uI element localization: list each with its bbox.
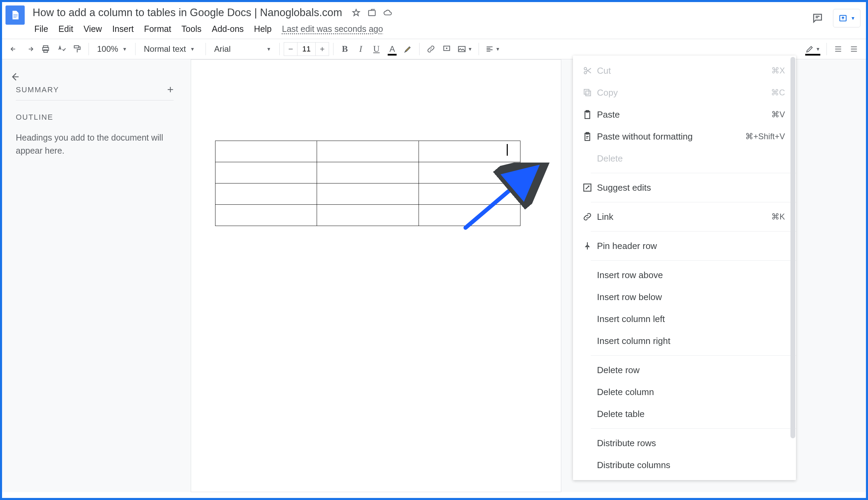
link-button[interactable] — [424, 42, 438, 56]
cm-label: Paste without formatting — [596, 131, 745, 142]
cm-label: Delete table — [579, 409, 785, 419]
cm-insert-column-left[interactable]: Insert column left — [573, 308, 796, 330]
cm-paste[interactable]: Paste ⌘V — [573, 104, 796, 125]
italic-button[interactable]: I — [353, 42, 368, 56]
cm-label: Delete — [579, 153, 785, 164]
divider — [591, 231, 796, 231]
chevron-down-icon: ▼ — [266, 46, 271, 52]
cm-label: Insert column left — [579, 314, 785, 325]
line-spacing-button[interactable] — [831, 42, 845, 56]
cm-delete-column[interactable]: Delete column — [573, 381, 796, 403]
redo-button[interactable] — [23, 42, 37, 56]
divider — [591, 428, 796, 429]
outline-sidebar: SUMMARY + OUTLINE Headings you add to th… — [16, 59, 180, 492]
format-options-button[interactable] — [847, 42, 861, 56]
add-summary-button[interactable]: + — [167, 83, 173, 96]
divider — [591, 355, 796, 356]
outline-label: OUTLINE — [16, 113, 173, 122]
chevron-down-icon: ▼ — [122, 46, 127, 52]
table-row[interactable] — [215, 183, 520, 205]
svg-rect-5 — [74, 46, 79, 48]
cm-label: Link — [596, 212, 771, 222]
title-area: How to add a column to tables in Google … — [30, 5, 810, 36]
table-row[interactable] — [215, 205, 520, 226]
bold-button[interactable]: B — [338, 42, 352, 56]
svg-rect-11 — [586, 91, 590, 96]
cm-insert-column-right[interactable]: Insert column right — [573, 330, 796, 352]
menu-tools[interactable]: Tools — [177, 22, 206, 36]
svg-rect-0 — [369, 11, 376, 16]
cm-delete-table[interactable]: Delete table — [573, 403, 796, 425]
context-menu: Cut ⌘X Copy ⌘C Paste ⌘V Paste without fo… — [573, 56, 796, 480]
star-icon[interactable] — [351, 8, 361, 18]
comment-button[interactable] — [439, 42, 454, 56]
font-select[interactable]: Arial ▼ — [210, 44, 275, 54]
menu-help[interactable]: Help — [249, 22, 276, 36]
decrease-font-button[interactable]: − — [284, 42, 297, 56]
cm-shortcut: ⌘+Shift+V — [745, 132, 785, 141]
cm-cut[interactable]: Cut ⌘X — [573, 60, 796, 82]
document-page[interactable] — [191, 59, 561, 492]
undo-button[interactable] — [7, 42, 21, 56]
cm-paste-plain[interactable]: Paste without formatting ⌘+Shift+V — [573, 125, 796, 147]
share-button[interactable]: ▼ — [833, 9, 860, 27]
cm-label: Insert row above — [579, 270, 785, 281]
present-icon — [838, 13, 848, 23]
cm-label: Cut — [596, 66, 771, 76]
last-edit-label[interactable]: Last edit was seconds ago — [277, 22, 388, 36]
cm-label: Suggest edits — [596, 182, 785, 193]
image-button[interactable]: ▼ — [455, 42, 474, 56]
print-button[interactable] — [38, 42, 53, 56]
cm-copy[interactable]: Copy ⌘C — [573, 82, 796, 104]
header: How to add a column to tables in Google … — [2, 2, 866, 36]
cm-insert-row-below[interactable]: Insert row below — [573, 286, 796, 308]
menu-file[interactable]: File — [30, 22, 53, 36]
zoom-select[interactable]: 100% ▼ — [93, 44, 131, 54]
font-size-control: − + — [284, 42, 329, 56]
cm-suggest-edits[interactable]: Suggest edits — [573, 177, 796, 198]
scrollbar[interactable] — [790, 57, 795, 438]
table-row[interactable] — [215, 141, 520, 162]
move-icon[interactable] — [367, 8, 377, 18]
back-button[interactable] — [2, 59, 16, 492]
cm-label: Copy — [596, 88, 771, 98]
cm-distribute-columns[interactable]: Distribute columns — [573, 454, 796, 476]
chevron-down-icon: ▼ — [850, 15, 855, 21]
cm-pin-header-row[interactable]: Pin header row — [573, 235, 796, 257]
document-icon — [10, 9, 20, 22]
document-title[interactable]: How to add a column to tables in Google … — [30, 5, 345, 20]
underline-button[interactable]: U — [369, 42, 384, 56]
cm-distribute-rows[interactable]: Distribute rows — [573, 432, 796, 454]
edit-mode-button[interactable]: ▼ — [803, 42, 822, 56]
paint-format-button[interactable] — [70, 42, 84, 56]
cm-label: Delete column — [579, 387, 785, 397]
cm-delete-row[interactable]: Delete row — [573, 359, 796, 381]
font-size-input[interactable] — [297, 42, 315, 56]
document-table[interactable] — [215, 140, 520, 226]
cm-delete[interactable]: Delete — [573, 147, 796, 169]
font-value: Arial — [214, 44, 230, 54]
highlight-button[interactable] — [401, 42, 415, 56]
style-select[interactable]: Normal text ▼ — [140, 44, 201, 54]
outline-placeholder: Headings you add to the document will ap… — [16, 131, 173, 157]
comments-button[interactable] — [810, 10, 825, 26]
increase-font-button[interactable]: + — [315, 42, 329, 56]
menu-format[interactable]: Format — [139, 22, 176, 36]
divider — [591, 173, 796, 173]
menu-addons[interactable]: Add-ons — [207, 22, 248, 36]
cm-link[interactable]: Link ⌘K — [573, 206, 796, 228]
divider — [591, 260, 796, 261]
cm-insert-row-above[interactable]: Insert row above — [573, 264, 796, 286]
spellcheck-button[interactable] — [54, 42, 69, 56]
menu-insert[interactable]: Insert — [108, 22, 139, 36]
cm-shortcut: ⌘C — [771, 88, 785, 98]
cloud-icon[interactable] — [383, 8, 393, 18]
docs-logo[interactable] — [5, 5, 25, 25]
table-row[interactable] — [215, 162, 520, 183]
cm-label: Distribute rows — [579, 438, 785, 448]
menu-view[interactable]: View — [79, 22, 107, 36]
text-color-button[interactable]: A — [385, 42, 399, 56]
align-button[interactable]: ▼ — [483, 42, 502, 56]
menu-edit[interactable]: Edit — [54, 22, 78, 36]
svg-rect-12 — [584, 90, 589, 94]
